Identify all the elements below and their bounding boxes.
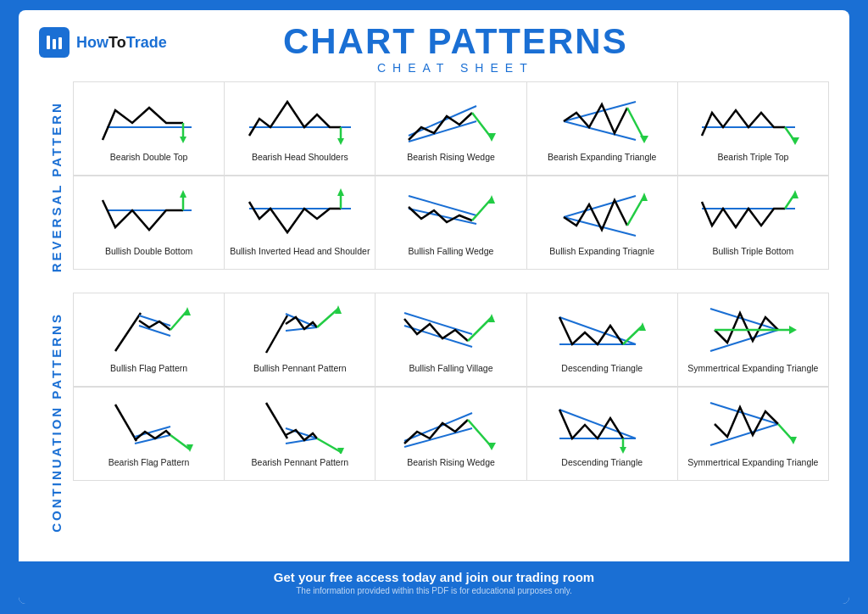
pattern-bearish-head-shoulders: Bearish Head Shoulders [225, 82, 376, 176]
pattern-bearish-rising-wedge: Bearish Rising Wedge [376, 82, 526, 176]
logo-text: HowToTrade [76, 34, 167, 52]
footer-main-text: Get your free access today and join our … [36, 570, 832, 584]
label-bullish-falling-village: Bullish Falling Village [409, 363, 492, 375]
label-bullish-triple-bottom: Bullish Triple Bottom [713, 246, 794, 258]
grid-section: Bearish Double Top Bearish Head Shoulder… [73, 81, 829, 293]
pattern-bullish-pennant: Bullish Pennant Pattern [225, 293, 376, 387]
pattern-bearish-expanding-triangle: Bearish Expanding Triangle [527, 82, 678, 176]
label-bearish-rising-wedge-2: Bearish Rising Wedge [407, 457, 495, 469]
svg-marker-76 [620, 447, 626, 454]
label-bullish-pennant: Bullish Pennant Pattern [253, 363, 347, 375]
svg-line-56 [710, 330, 778, 351]
pattern-descending-triangle-1: Descending Triangle [527, 293, 678, 387]
pattern-bullish-flag: Bullish Flag Pattern [74, 293, 225, 387]
label-bullish-double-bottom: Bullish Double Bottom [105, 246, 192, 258]
label-bullish-inv-hs: Bullish Inverted Head and Shoulder [230, 246, 370, 258]
svg-marker-36 [792, 190, 798, 198]
pattern-bearish-pennant: Bearish Pennant Pattern [225, 388, 376, 481]
svg-marker-22 [180, 190, 186, 198]
svg-line-28 [472, 198, 492, 220]
svg-line-66 [286, 438, 317, 444]
label-bullish-falling-wedge: Bullish Falling Wedge [409, 246, 494, 258]
sub-title: CHEAT SHEET [167, 61, 744, 75]
label-bullish-flag: Bullish Flag Pattern [110, 363, 187, 375]
pattern-bullish-falling-village: Bullish Falling Village [376, 293, 526, 387]
pattern-bearish-double-top: Bearish Double Top [74, 82, 225, 176]
label-bullish-expanding-triangle: Bullish Expanding Triagnle [549, 246, 654, 258]
continuation-grid: Bullish Flag Pattern [73, 293, 829, 553]
label-bearish-triple-top: Bearish Triple Top [717, 152, 788, 164]
svg-line-26 [409, 196, 476, 215]
label-descending-triangle-1: Descending Triangle [561, 363, 643, 375]
logo-icon [39, 27, 70, 58]
svg-line-45 [317, 309, 338, 327]
svg-line-40 [170, 310, 187, 330]
svg-marker-72 [487, 443, 496, 450]
svg-marker-5 [180, 137, 186, 143]
pattern-bearish-rising-wedge-2: Bearish Rising Wedge [376, 388, 526, 481]
pattern-symmetrical-expanding-2: Symmertrical Expanding Triangle [678, 388, 829, 481]
label-bearish-rising-wedge: Bearish Rising Wedge [407, 152, 495, 164]
content-area: REVERSAL PATTERN Bearish Double Top [39, 81, 829, 293]
label-symmetrical-expanding-1: Symmertrical Expanding Triangle [687, 363, 818, 375]
pattern-bearish-triple-top: Bearish Triple Top [678, 82, 829, 176]
label-bearish-pennant: Bearish Pennant Pattern [252, 457, 348, 469]
main-title: CHART PATTERNS [167, 24, 744, 59]
svg-marker-8 [337, 138, 344, 145]
pattern-bullish-expanding-triangle: Bullish Expanding Triagnle [527, 176, 678, 270]
svg-line-53 [623, 326, 643, 344]
reversal-row2: Bullish Double Bottom Bullish Inverted H… [73, 176, 829, 270]
svg-line-14 [564, 121, 636, 140]
continuation-row2: Bearish Flag Pattern [73, 387, 829, 481]
svg-line-30 [564, 196, 636, 217]
label-descending-triangle-2: Descending Triangle [561, 457, 643, 469]
label-bearish-expanding-triangle: Bearish Expanding Triangle [548, 152, 656, 164]
svg-marker-50 [488, 314, 495, 322]
reversal-row1: Bearish Double Top Bearish Head Shoulder… [73, 81, 829, 176]
svg-rect-1 [53, 39, 56, 49]
svg-line-44 [286, 327, 317, 331]
continuation-row1: Bullish Flag Pattern [73, 293, 829, 387]
svg-marker-16 [640, 136, 648, 143]
svg-line-62 [170, 435, 190, 449]
logo: HowToTrade [39, 27, 167, 58]
reversal-label: REVERSAL PATTERN [39, 81, 73, 293]
header: HowToTrade CHART PATTERNS CHEAT SHEET [39, 27, 829, 75]
label-bearish-double-top: Bearish Double Top [110, 152, 187, 164]
svg-marker-58 [789, 326, 797, 334]
pattern-bullish-falling-wedge: Bullish Falling Wedge [376, 176, 526, 270]
svg-marker-29 [488, 195, 495, 204]
svg-line-37 [115, 313, 141, 351]
main-card: HowToTrade CHART PATTERNS CHEAT SHEET RE… [19, 10, 849, 604]
svg-rect-0 [47, 36, 50, 49]
svg-line-78 [710, 424, 778, 445]
pattern-bullish-double-bottom: Bullish Double Bottom [74, 176, 225, 270]
title-area: CHART PATTERNS CHEAT SHEET [167, 24, 744, 75]
svg-marker-19 [791, 137, 799, 145]
svg-line-15 [627, 108, 644, 140]
pattern-descending-triangle-2: Descending Triangle [527, 388, 678, 481]
continuation-label: CONTINUATION PATTERNS [39, 293, 73, 553]
svg-line-42 [266, 315, 287, 353]
pattern-bullish-triple-bottom: Bullish Triple Bottom [678, 176, 829, 270]
svg-marker-41 [184, 307, 191, 315]
svg-marker-12 [487, 133, 496, 142]
footer: Get your free access today and join our … [19, 561, 849, 604]
footer-sub-text: The information provided within this PDF… [36, 586, 832, 595]
svg-marker-33 [641, 193, 648, 201]
svg-rect-2 [58, 37, 62, 49]
pattern-bullish-inv-hs: Bullish Inverted Head and Shoulder [225, 176, 376, 270]
svg-marker-25 [337, 188, 344, 196]
label-bearish-flag: Bearish Flag Pattern [108, 457, 190, 469]
pattern-bearish-flag: Bearish Flag Pattern [74, 388, 225, 481]
svg-line-67 [317, 438, 341, 452]
label-bearish-head-shoulders: Bearish Head Shoulders [252, 152, 348, 164]
continuation-area: CONTINUATION PATTERNS [39, 293, 829, 553]
svg-line-49 [468, 317, 492, 341]
svg-line-59 [115, 405, 136, 441]
label-symmetrical-expanding-2: Symmertrical Expanding Triangle [687, 457, 818, 469]
svg-marker-80 [789, 437, 797, 444]
pattern-symmetrical-expanding-1: Symmertrical Expanding Triangle [678, 293, 829, 387]
svg-line-64 [266, 403, 287, 438]
